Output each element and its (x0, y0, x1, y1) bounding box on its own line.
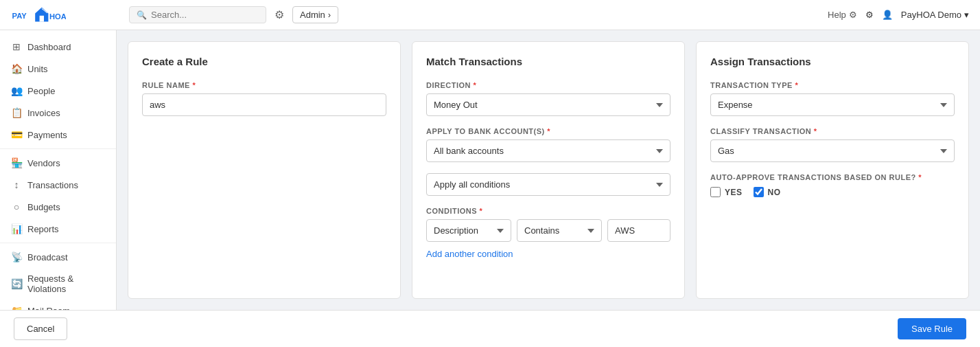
classify-group: CLASSIFY TRANSACTION Gas (710, 127, 955, 162)
units-icon: 🏠 (11, 63, 22, 74)
search-bar[interactable]: 🔍 (129, 6, 266, 23)
condition-operator-select[interactable]: Contains (517, 219, 602, 242)
add-condition-button[interactable]: Add another condition (426, 249, 513, 259)
create-rule-title: Create a Rule (142, 56, 386, 67)
svg-text:HOA: HOA (49, 12, 66, 21)
bank-account-group: APPLY TO BANK ACCOUNT(S) All bank accoun… (426, 127, 670, 162)
sidebar-item-dashboard[interactable]: ⊞ Dashboard (0, 36, 116, 58)
assign-transactions-card: Assign Transactions TRANSACTION TYPE Exp… (696, 41, 969, 299)
no-label: NO (768, 188, 781, 197)
transaction-type-select[interactable]: Expense (710, 93, 955, 116)
sidebar-item-requests[interactable]: 🔄 Requests & Violations (0, 268, 116, 300)
content-area: Create a Rule RULE NAME Match Transactio… (117, 30, 980, 310)
settings-icon[interactable]: ⚙ (275, 8, 284, 21)
direction-select[interactable]: Money Out (426, 93, 670, 116)
sidebar-item-payments[interactable]: 💳 Payments (0, 124, 116, 146)
bank-account-select[interactable]: All bank accounts (426, 139, 670, 162)
vendors-icon: 🏪 (11, 157, 22, 168)
sidebar-divider-2 (0, 243, 116, 243)
conditions-label: CONDITIONS (426, 207, 670, 215)
no-checkbox-item[interactable]: NO (754, 187, 781, 197)
sidebar-item-units[interactable]: 🏠 Units (0, 58, 116, 80)
conditions-group: CONDITIONS Description Contains Add anot… (426, 207, 670, 259)
invoices-icon: 📋 (11, 107, 22, 118)
conditions-row: Description Contains (426, 219, 670, 242)
yes-label: YES (725, 188, 743, 197)
mailroom-icon: 📁 (11, 305, 22, 310)
rule-name-label: RULE NAME (142, 81, 386, 89)
sidebar-item-budgets[interactable]: ○ Budgets (0, 196, 116, 218)
yes-checkbox-item[interactable]: YES (710, 187, 743, 197)
create-rule-card: Create a Rule RULE NAME (128, 41, 401, 299)
sidebar-item-vendors[interactable]: 🏪 Vendors (0, 152, 116, 174)
match-transactions-title: Match Transactions (426, 56, 670, 67)
people-icon: 👥 (11, 85, 22, 96)
transactions-icon: ↕ (11, 179, 22, 190)
search-input[interactable] (151, 10, 254, 20)
sidebar-item-people[interactable]: 👥 People (0, 80, 116, 102)
classify-label: CLASSIFY TRANSACTION (710, 127, 955, 135)
transaction-type-label: TRANSACTION TYPE (710, 81, 955, 89)
dashboard-icon: ⊞ (11, 41, 22, 52)
match-transactions-card: Match Transactions DIRECTION Money Out A… (412, 41, 685, 299)
help-icon: ⚙ (849, 10, 857, 20)
sidebar-divider-1 (0, 148, 116, 149)
logo: PAY HOA (11, 5, 121, 25)
cancel-button[interactable]: Cancel (14, 317, 67, 340)
assign-transactions-title: Assign Transactions (710, 56, 955, 67)
settings-gear-icon[interactable]: ⚙ (865, 10, 874, 20)
sidebar-item-transactions[interactable]: ↕ Transactions (0, 174, 116, 196)
requests-icon: 🔄 (11, 278, 22, 289)
direction-group: DIRECTION Money Out (426, 81, 670, 116)
rule-name-input[interactable] (142, 93, 386, 116)
payments-icon: 💳 (11, 129, 22, 140)
sidebar: ⊞ Dashboard 🏠 Units 👥 People 📋 Invoices … (0, 30, 117, 310)
top-navigation: PAY HOA 🔍 ⚙ Admin › Help ⚙ ⚙ 👤 PayHOA De… (0, 0, 980, 30)
save-rule-button[interactable]: Save Rule (898, 318, 966, 339)
auto-approve-group: AUTO-APPROVE TRANSACTIONS BASED ON RULE?… (710, 173, 955, 197)
classify-select[interactable]: Gas (710, 139, 955, 162)
sidebar-item-reports[interactable]: 📊 Reports (0, 218, 116, 240)
sidebar-item-mailroom[interactable]: 📁 Mail Room (0, 300, 116, 310)
direction-label: DIRECTION (426, 81, 670, 89)
apply-conditions-group: Apply all conditions (426, 173, 670, 196)
apply-conditions-select[interactable]: Apply all conditions (426, 173, 670, 196)
footer-bar: Cancel Save Rule (0, 310, 980, 347)
yes-checkbox[interactable] (710, 187, 721, 197)
broadcast-icon: 📡 (11, 251, 22, 262)
cards-row: Create a Rule RULE NAME Match Transactio… (128, 41, 969, 299)
condition-value-input[interactable] (607, 219, 670, 242)
user-profile-icon[interactable]: 👤 (882, 10, 893, 20)
search-icon: 🔍 (137, 10, 147, 20)
sidebar-item-broadcast[interactable]: 📡 Broadcast (0, 246, 116, 268)
help-text: Help ⚙ (828, 10, 857, 20)
bank-account-label: APPLY TO BANK ACCOUNT(S) (426, 127, 670, 135)
svg-text:PAY: PAY (12, 11, 27, 19)
demo-account-button[interactable]: PayHOA Demo ▾ (901, 10, 969, 20)
budgets-icon: ○ (11, 201, 22, 212)
auto-approve-label: AUTO-APPROVE TRANSACTIONS BASED ON RULE? (710, 173, 955, 181)
reports-icon: 📊 (11, 223, 22, 234)
no-checkbox[interactable] (754, 187, 764, 197)
top-right-nav: Help ⚙ ⚙ 👤 PayHOA Demo ▾ (828, 10, 969, 20)
condition-field-select[interactable]: Description (426, 219, 511, 242)
sidebar-item-invoices[interactable]: 📋 Invoices (0, 102, 116, 124)
main-layout: ⊞ Dashboard 🏠 Units 👥 People 📋 Invoices … (0, 30, 980, 310)
admin-button[interactable]: Admin › (292, 6, 338, 23)
rule-name-group: RULE NAME (142, 81, 386, 116)
svg-rect-3 (40, 15, 44, 21)
auto-approve-checkboxes: YES NO (710, 187, 955, 197)
transaction-type-group: TRANSACTION TYPE Expense (710, 81, 955, 116)
